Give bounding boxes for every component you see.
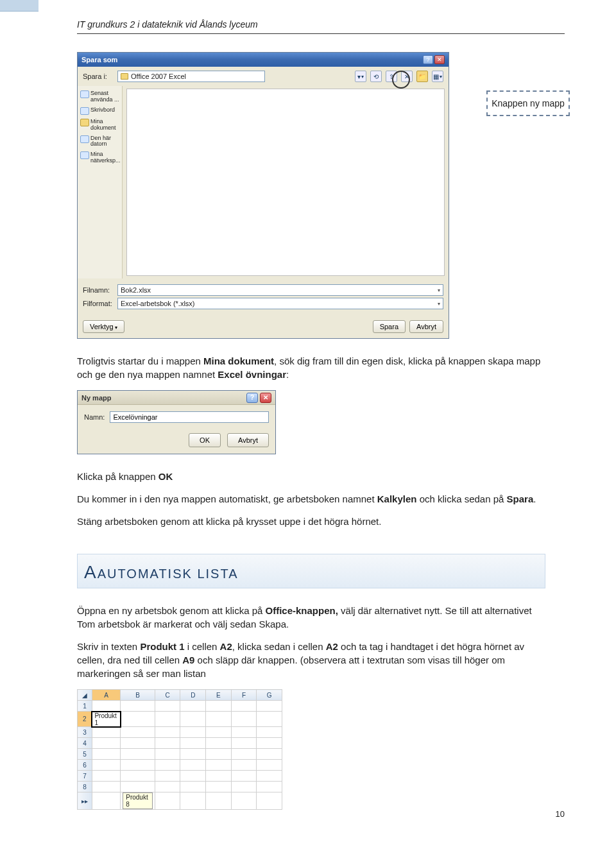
- place-computer[interactable]: Den här datorn: [79, 133, 121, 150]
- new-folder-dialog: Ny mapp ? ✕ Namn: OK Avbryt: [77, 390, 276, 454]
- save-in-label: Spara i:: [83, 73, 112, 80]
- row-header[interactable]: 4: [78, 738, 92, 749]
- fileformat-input[interactable]: Excel-arbetsbok (*.xlsx)▾: [117, 298, 443, 309]
- close-icon[interactable]: ✕: [434, 55, 445, 64]
- drag-tooltip: Produkt 8: [123, 792, 153, 809]
- cancel-button[interactable]: Avbryt: [409, 320, 443, 333]
- col-header[interactable]: G: [257, 690, 282, 701]
- col-header[interactable]: E: [206, 690, 232, 701]
- col-header[interactable]: A: [92, 690, 120, 701]
- dropdown-icon[interactable]: ▾: [355, 71, 366, 82]
- folder-icon: [121, 73, 128, 80]
- paragraph-3: Du kommer in i den nya mappen automatisk…: [77, 492, 545, 506]
- ok-button[interactable]: OK: [189, 433, 221, 447]
- dialog-titlebar[interactable]: Spara som ? ✕: [78, 53, 449, 67]
- paragraph-1: Troligtvis startar du i mappen Mina doku…: [77, 354, 545, 381]
- row-scroll[interactable]: ▸▸: [78, 792, 92, 810]
- page-tab-accent: [0, 0, 38, 12]
- nymapp-titlebar[interactable]: Ny mapp ? ✕: [78, 391, 275, 405]
- page-header: IT grundkurs 2 i datateknik vid Ålands l…: [77, 19, 565, 34]
- cancel-button[interactable]: Avbryt: [227, 433, 269, 447]
- col-header[interactable]: C: [155, 690, 180, 701]
- row-header[interactable]: 1: [78, 701, 92, 712]
- paragraph-5: Öppna en ny arbetsbok genom att klicka p…: [77, 604, 545, 631]
- paragraph-6: Skriv in texten Produkt 1 i cellen A2, k…: [77, 640, 545, 680]
- row-header[interactable]: 6: [78, 760, 92, 771]
- place-desktop[interactable]: Skrivbord: [79, 105, 121, 117]
- save-button[interactable]: Spara: [373, 320, 406, 333]
- row-header[interactable]: 2: [78, 712, 92, 727]
- save-in-value: Office 2007 Excel: [131, 73, 186, 80]
- new-folder-icon[interactable]: 📁: [416, 71, 428, 82]
- back-icon[interactable]: ⟲: [370, 71, 382, 82]
- dialog-title: Spara som: [81, 56, 117, 64]
- help-icon[interactable]: ?: [246, 393, 258, 403]
- col-header[interactable]: B: [121, 690, 155, 701]
- select-all-cell[interactable]: ◢: [78, 690, 92, 701]
- cell-a2[interactable]: Produkt 1: [92, 712, 120, 727]
- row-header[interactable]: 7: [78, 771, 92, 782]
- places-bar: Senast använda ... Skrivbord Mina dokume…: [78, 86, 123, 278]
- row-header[interactable]: 5: [78, 749, 92, 760]
- col-header[interactable]: F: [231, 690, 257, 701]
- close-icon[interactable]: ✕: [260, 393, 271, 403]
- up-icon[interactable]: ⇧: [386, 71, 397, 82]
- excel-snippet: ◢ A B C D E F G 1 2Produkt 1 3 4 5 6 7 8…: [77, 689, 282, 810]
- help-icon[interactable]: ?: [423, 55, 433, 64]
- place-network[interactable]: Mina nätverksp...: [79, 150, 121, 166]
- delete-icon[interactable]: ✕: [401, 71, 413, 82]
- row-header[interactable]: 8: [78, 782, 92, 792]
- filename-input[interactable]: Bok2.xlsx▾: [117, 284, 443, 296]
- col-header[interactable]: D: [180, 690, 206, 701]
- file-list-area[interactable]: [126, 89, 445, 276]
- row-header[interactable]: 3: [78, 727, 92, 738]
- nymapp-name-label: Namn:: [84, 413, 105, 421]
- filename-label: Filnamn:: [83, 286, 114, 294]
- nymapp-name-input[interactable]: [110, 411, 269, 423]
- place-mydocs[interactable]: Mina dokument: [79, 117, 121, 133]
- paragraph-4: Stäng arbetsboken genom att klicka på kr…: [77, 515, 545, 528]
- page-number: 10: [556, 809, 565, 819]
- place-recent[interactable]: Senast använda ...: [79, 89, 121, 105]
- tools-button[interactable]: Verktyg: [83, 320, 124, 333]
- nymapp-title: Ny mapp: [81, 394, 111, 402]
- views-icon[interactable]: ▦: [432, 71, 443, 82]
- paragraph-2: Klicka på knappen OK: [77, 470, 545, 483]
- save-in-combo[interactable]: Office 2007 Excel: [117, 71, 265, 82]
- save-as-dialog: Spara som ? ✕ Spara i: Office 2007 Excel…: [77, 52, 449, 339]
- fileformat-label: Filformat:: [83, 300, 114, 307]
- callout-box: Knappen ny mapp: [486, 90, 570, 116]
- section-heading: AAutomatisk lista: [77, 554, 545, 588]
